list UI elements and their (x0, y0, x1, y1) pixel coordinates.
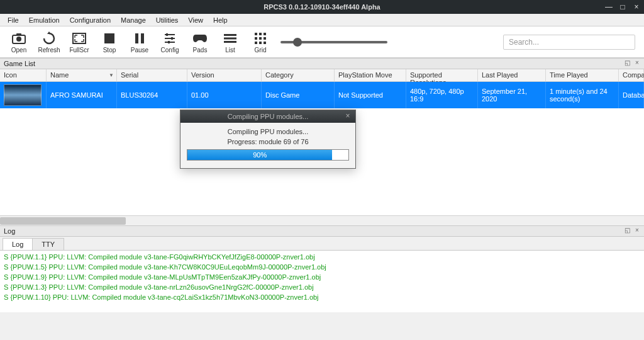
col-serial[interactable]: Serial (117, 69, 187, 81)
dialog-titlebar[interactable]: Compiling PPU modules... × (180, 110, 355, 123)
list-icon (224, 30, 236, 47)
close-button[interactable]: × (631, 3, 641, 11)
col-icon[interactable]: Icon (0, 69, 47, 81)
gamepad-icon (192, 30, 208, 47)
game-serial-cell: BLUS30264 (117, 82, 187, 108)
svg-rect-8 (166, 33, 168, 36)
menu-configuration[interactable]: Configuration (65, 15, 116, 25)
log-title: Log (4, 227, 15, 235)
stop-label: Stop (103, 47, 116, 54)
open-button[interactable]: Open (4, 28, 34, 57)
sliders-icon (164, 30, 176, 47)
log-panel: Log TTY S {PPUW.1.1} PPU: LLVM: Compiled… (0, 237, 644, 312)
game-resolutions-cell: 480p, 720p, 480p 16:9 (406, 82, 478, 108)
svg-rect-4 (104, 33, 114, 43)
list-button[interactable]: List (215, 28, 245, 57)
log-detach-icon[interactable]: ◱ (623, 227, 631, 235)
dialog-message: Compiling PPU modules... (187, 128, 349, 135)
game-cover-icon (4, 84, 42, 106)
dialog-title-text: Compiling PPU modules... (228, 113, 308, 120)
game-icon-cell (0, 82, 47, 108)
dialog-body: Compiling PPU modules... Progress: modul… (180, 123, 355, 168)
minimize-button[interactable]: — (604, 3, 614, 11)
col-name[interactable]: Name▼ (47, 69, 117, 81)
sort-indicator-icon: ▼ (109, 72, 114, 78)
pads-button[interactable]: Pads (185, 28, 215, 57)
game-psmove-cell: Not Supported (335, 82, 406, 108)
svg-rect-2 (16, 33, 21, 36)
config-button[interactable]: Config (155, 28, 185, 57)
fullscreen-label: FullScr (69, 47, 89, 54)
scrollbar-thumb[interactable] (0, 217, 126, 225)
log-line: S {PPUW.1.10} PPU: LLVM: Compiled module… (4, 293, 640, 303)
svg-rect-21 (264, 37, 266, 40)
dialog-progress-text: Progress: module 69 of 76 (187, 138, 349, 145)
menu-file[interactable]: File (3, 15, 24, 25)
detach-icon[interactable]: ◱ (623, 59, 631, 68)
svg-point-1 (16, 37, 21, 42)
gamelist-title: Game List (4, 60, 35, 67)
slider-track (280, 41, 387, 43)
menu-view[interactable]: View (183, 15, 208, 25)
log-close-icon[interactable]: × (633, 227, 641, 235)
maximize-button[interactable]: □ (618, 3, 628, 11)
open-label: Open (11, 47, 26, 54)
col-lastplayed[interactable]: Last Played (478, 69, 546, 81)
svg-rect-13 (224, 34, 236, 36)
svg-rect-15 (224, 41, 236, 43)
col-resolutions[interactable]: Supported Resolutions (406, 69, 478, 81)
tab-log[interactable]: Log (3, 238, 33, 250)
svg-rect-20 (259, 37, 262, 40)
menu-help[interactable]: Help (208, 15, 233, 25)
progress-bar: 90% (187, 149, 349, 161)
refresh-button[interactable]: Refresh (34, 28, 64, 57)
tab-tty[interactable]: TTY (32, 238, 64, 250)
close-panel-icon[interactable]: × (633, 59, 641, 68)
slider-thumb[interactable] (293, 38, 302, 47)
fullscreen-button[interactable]: FullScr (64, 28, 94, 57)
log-line: S {PPUW.1.3} PPU: LLVM: Compiled module … (4, 283, 640, 293)
col-psmove[interactable]: PlayStation Move (335, 69, 406, 81)
table-row[interactable]: AFRO SAMURAI BLUS30264 01.00 Disc Game N… (0, 82, 644, 108)
game-category-cell: Disc Game (262, 82, 335, 108)
dialog-close-button[interactable]: × (343, 111, 353, 122)
col-version[interactable]: Version (187, 69, 262, 81)
progress-fill: 90% (187, 150, 332, 160)
col-timeplayed[interactable]: Time Played (546, 69, 619, 81)
search-placeholder: Search... (509, 38, 539, 47)
svg-rect-12 (168, 41, 170, 43)
col-category[interactable]: Category (262, 69, 335, 81)
stop-button[interactable]: Stop (94, 28, 125, 57)
log-body[interactable]: S {PPUW.1.1} PPU: LLVM: Compiled module … (0, 251, 644, 312)
svg-rect-10 (171, 37, 173, 40)
pause-icon (134, 30, 145, 47)
horizontal-scrollbar[interactable] (0, 215, 644, 225)
menu-emulation[interactable]: Emulation (24, 15, 65, 25)
game-lastplayed-cell: September 21, 2020 (478, 82, 546, 108)
game-version-cell: 01.00 (187, 82, 262, 108)
refresh-icon (42, 30, 56, 47)
pause-button[interactable]: Pause (125, 28, 155, 57)
grid-button[interactable]: Grid (245, 28, 275, 57)
icon-size-slider[interactable] (280, 41, 394, 43)
svg-rect-18 (264, 33, 266, 35)
game-timeplayed-cell: 1 minute(s) and 24 second(s) (546, 82, 619, 108)
svg-rect-6 (141, 33, 144, 43)
search-input[interactable]: Search... (503, 35, 635, 50)
game-compat-cell: Databas (619, 82, 644, 108)
log-line: S {PPUW.1.1} PPU: LLVM: Compiled module … (4, 252, 640, 263)
menu-utilities[interactable]: Utilities (151, 15, 183, 25)
svg-rect-24 (264, 42, 266, 44)
menu-manage[interactable]: Manage (116, 15, 151, 25)
col-compat[interactable]: Compat (619, 69, 644, 81)
titlebar: RPCS3 0.0.12-10910-34eff440 Alpha — □ × (0, 0, 644, 14)
log-tabs: Log TTY (0, 237, 644, 251)
window-title: RPCS3 0.0.12-10910-34eff440 Alpha (264, 3, 380, 11)
menubar: File Emulation Configuration Manage Util… (0, 14, 644, 26)
log-line: S {PPUW.1.9} PPU: LLVM: Compiled module … (4, 273, 640, 283)
svg-rect-22 (255, 42, 257, 44)
pads-label: Pads (193, 47, 208, 54)
grid-label: Grid (255, 47, 267, 54)
list-label: List (225, 47, 235, 54)
svg-rect-23 (259, 42, 262, 44)
